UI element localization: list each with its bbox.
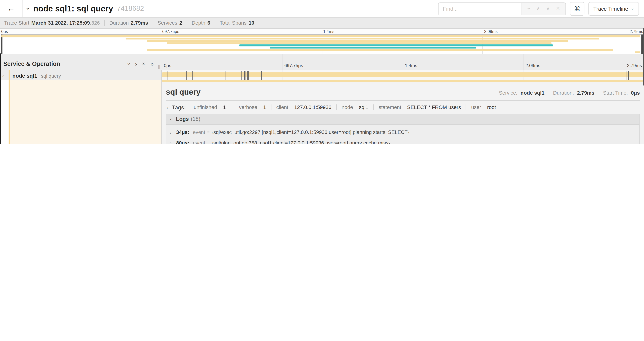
overview-label: Service: bbox=[499, 90, 518, 96]
trace-stats-bar: Trace Start March 31 2022, 17:25:09 .326… bbox=[0, 17, 644, 29]
scrollbar-thumb[interactable] bbox=[643, 28, 644, 85]
collapse-one-icon[interactable]: › bbox=[128, 61, 130, 67]
find-icon-group: ⌖ ∧ ∨ ✕ bbox=[522, 3, 566, 15]
tag-item: statement = SELECT * FROM users bbox=[373, 104, 461, 110]
minimap-right-handle[interactable] bbox=[642, 35, 642, 54]
tags-label: Tags: bbox=[172, 104, 186, 110]
stat-label: Depth bbox=[192, 20, 205, 26]
span-duration-bar[interactable] bbox=[162, 72, 644, 77]
detail-overview: Service: node sql1 Duration: 2.79ms Star… bbox=[499, 90, 640, 96]
trace-title: node sql1: sql query bbox=[33, 4, 113, 14]
log-marker bbox=[194, 71, 195, 81]
ruler-gridline bbox=[403, 54, 403, 70]
operation-name: sql query bbox=[41, 73, 61, 79]
minimap-gridline bbox=[162, 35, 162, 54]
log-marker bbox=[196, 71, 197, 81]
collapse-all-icon[interactable]: » bbox=[142, 61, 145, 67]
trace-stat: Duration 2.79ms bbox=[104, 20, 148, 26]
collapse-trace-icon[interactable]: › bbox=[28, 5, 30, 12]
chevron-down-icon: › bbox=[170, 116, 172, 121]
minimap-gridline bbox=[322, 35, 322, 54]
tag-value: SELECT * FROM users bbox=[407, 104, 461, 110]
minimap-tick-label: 1.4ms bbox=[323, 29, 334, 34]
minimap-tick-label: 697.75μs bbox=[162, 29, 179, 34]
log-entry-row[interactable]: › 34μs: event = ‹sql/exec_util.go:2297 [… bbox=[166, 127, 640, 138]
span-name-cell[interactable]: › node sql1 sql query bbox=[0, 70, 162, 82]
log-equals: = bbox=[207, 130, 210, 134]
overview-value: 2.79ms bbox=[577, 90, 594, 96]
minimap-tick-label: 2.79ms bbox=[630, 29, 643, 34]
tag-equals: = bbox=[219, 105, 221, 110]
log-entry-row[interactable]: › 80μs: event = ‹sql/plan_opt.go:358 [ns… bbox=[166, 138, 640, 144]
minimap-gridline bbox=[482, 35, 483, 54]
stat-label: Services bbox=[158, 20, 177, 26]
log-marker bbox=[244, 71, 244, 81]
chevron-down-icon: ∨ bbox=[631, 7, 634, 11]
trace-stat: Trace Start March 31 2022, 17:25:09 .326 bbox=[4, 20, 100, 26]
tag-equals: = bbox=[483, 105, 486, 110]
detail-operation-title: sql query bbox=[166, 87, 200, 96]
minimap-tick-labels: 0μs697.75μs1.4ms2.09ms2.79ms bbox=[0, 29, 644, 34]
tag-key: user bbox=[471, 104, 481, 110]
logs-accordion-header[interactable]: › Logs (18) bbox=[166, 114, 640, 124]
ruler-tick-label: 2.79ms bbox=[627, 63, 642, 68]
minimap-span-bar bbox=[270, 47, 476, 49]
service-operation-header: Service & Operation › › » » || bbox=[0, 54, 162, 70]
span-timeline-track[interactable] bbox=[162, 70, 644, 82]
log-marker bbox=[225, 71, 225, 81]
locate-icon[interactable]: ⌖ bbox=[528, 6, 530, 12]
overview-value: 0μs bbox=[631, 90, 640, 96]
keyboard-shortcuts-button[interactable]: ⌘ bbox=[570, 2, 584, 16]
expand-all-icon[interactable]: » bbox=[150, 61, 154, 67]
overview-item: Service: node sql1 bbox=[499, 90, 544, 96]
clear-find-icon[interactable]: ✕ bbox=[556, 6, 560, 12]
find-group: ⌖ ∧ ∨ ✕ bbox=[438, 2, 566, 15]
service-color-stripe bbox=[9, 80, 10, 144]
ruler-gridline bbox=[282, 54, 283, 70]
collapse-span-icon[interactable]: › bbox=[2, 73, 8, 78]
stat-value: 6 bbox=[208, 20, 210, 26]
tag-value: root bbox=[487, 104, 496, 110]
ruler-tick-label: 1.4ms bbox=[405, 63, 417, 68]
ruler-tick-label: 2.09ms bbox=[526, 63, 540, 68]
minimap-left-handle[interactable] bbox=[1, 35, 2, 54]
tag-equals: = bbox=[259, 105, 262, 110]
log-marker bbox=[176, 71, 176, 81]
stat-value: 2 bbox=[179, 20, 182, 26]
stat-value: March 31 2022, 17:25:09 bbox=[31, 20, 90, 26]
logs-list: › 34μs: event = ‹sql/exec_util.go:2297 [… bbox=[166, 124, 640, 144]
log-value: ‹sql/exec_util.go:2297 [nsql1,client=127… bbox=[212, 129, 409, 135]
back-button[interactable]: ← bbox=[0, 0, 22, 17]
minimap-tick-label: 2.09ms bbox=[484, 29, 498, 34]
log-marker bbox=[279, 71, 279, 81]
stat-label: Duration bbox=[109, 20, 129, 26]
minimap-canvas[interactable] bbox=[1, 34, 643, 54]
find-input[interactable] bbox=[439, 3, 522, 15]
trace-view-dropdown[interactable]: Trace Timeline ∨ bbox=[588, 2, 639, 16]
trace-minimap: 0μs697.75μs1.4ms2.09ms2.79ms bbox=[0, 29, 644, 54]
next-match-icon[interactable]: ∨ bbox=[546, 6, 550, 12]
timeline-ruler: 0μs697.75μs1.4ms2.09ms2.79ms bbox=[162, 54, 644, 70]
logs-accordion: › Logs (18) › 34μs: event = ‹sql/ex bbox=[166, 114, 640, 144]
log-marker bbox=[186, 71, 187, 81]
logs-count: (18) bbox=[191, 116, 200, 122]
detail-name-column-fill bbox=[10, 80, 161, 144]
service-operation-title: Service & Operation bbox=[3, 61, 128, 67]
stat-value: 2.79ms bbox=[131, 20, 148, 26]
overview-label: Start Time: bbox=[603, 90, 628, 96]
tags-accordion[interactable]: › Tags: _unfinished = 1 _verbose = 1 bbox=[166, 101, 640, 114]
log-marker bbox=[248, 71, 249, 81]
nav-controls: ⌖ ∧ ∨ ✕ ⌘ Trace Timeline ∨ bbox=[438, 2, 644, 16]
log-marker bbox=[261, 71, 262, 81]
overview-item: Start Time: 0μs bbox=[598, 90, 640, 96]
tag-equals: = bbox=[355, 105, 357, 110]
timeline-header-row: Service & Operation › › » » || 0μs697.75… bbox=[0, 54, 644, 70]
detail-header: sql query Service: node sql1 Duration: 2… bbox=[166, 84, 640, 96]
tag-item: _unfinished = 1 bbox=[191, 104, 226, 110]
logs-title: Logs bbox=[176, 116, 189, 122]
column-resize-grabber[interactable]: || bbox=[158, 65, 160, 69]
prev-match-icon[interactable]: ∧ bbox=[536, 6, 540, 12]
expand-one-icon[interactable]: › bbox=[135, 61, 137, 67]
stat-label: Total Spans bbox=[220, 20, 246, 26]
left-window-edge bbox=[0, 53, 1, 144]
